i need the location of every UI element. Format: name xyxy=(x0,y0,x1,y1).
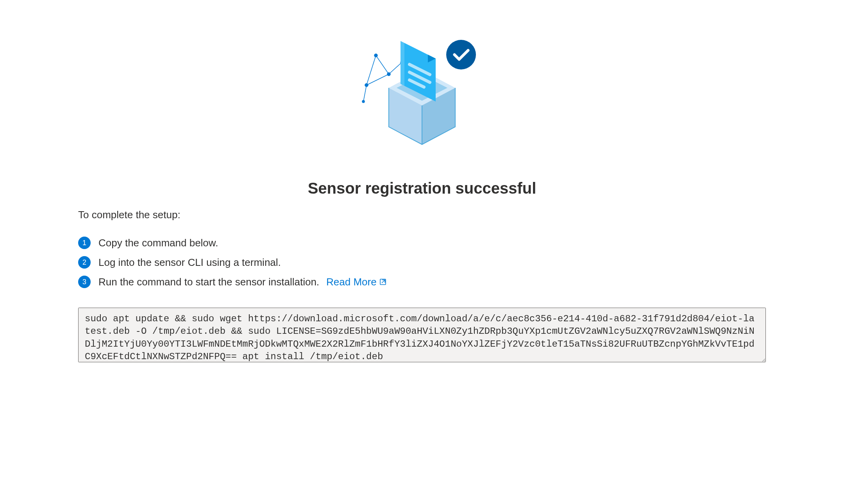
success-illustration xyxy=(78,23,766,148)
page-title: Sensor registration successful xyxy=(78,180,766,197)
step-number-1: 1 xyxy=(78,237,91,249)
svg-line-15 xyxy=(382,280,385,283)
setup-subtitle: To complete the setup: xyxy=(78,209,766,221)
svg-point-13 xyxy=(446,40,476,69)
step-2: 2 Log into the sensor CLI using a termin… xyxy=(78,256,766,269)
step-number-3: 3 xyxy=(78,276,91,288)
read-more-text: Read More xyxy=(326,276,377,288)
step-number-2: 2 xyxy=(78,256,91,269)
svg-point-8 xyxy=(362,100,365,103)
svg-point-7 xyxy=(365,84,368,87)
setup-steps: 1 Copy the command below. 2 Log into the… xyxy=(78,237,766,288)
svg-point-6 xyxy=(387,73,390,76)
step-text-2: Log into the sensor CLI using a terminal… xyxy=(98,256,281,269)
svg-line-1 xyxy=(367,55,376,85)
step-3: 3 Run the command to start the sensor in… xyxy=(78,276,766,288)
svg-line-4 xyxy=(389,62,402,74)
step-text-3: Run the command to start the sensor inst… xyxy=(98,276,387,288)
svg-point-5 xyxy=(374,54,377,57)
step-1: 1 Copy the command below. xyxy=(78,237,766,249)
command-textarea[interactable] xyxy=(78,308,766,362)
read-more-link[interactable]: Read More xyxy=(326,276,387,288)
external-link-icon xyxy=(379,278,387,286)
svg-line-3 xyxy=(363,85,367,102)
step-text-1: Copy the command below. xyxy=(98,237,218,249)
svg-line-0 xyxy=(376,55,389,74)
svg-line-2 xyxy=(367,74,389,85)
